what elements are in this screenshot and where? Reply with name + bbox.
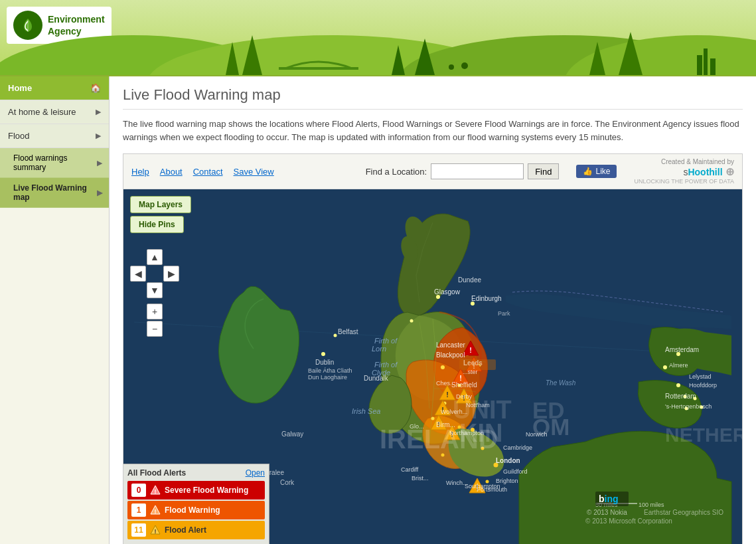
open-link[interactable]: Open xyxy=(246,468,265,478)
svg-text:!: ! xyxy=(469,346,472,354)
sidebar-item-live-flood-map[interactable]: Live Flood Warning map ▶ xyxy=(0,178,109,208)
zoom-in-button[interactable]: + xyxy=(147,304,163,319)
svg-text:Clyde: Clyde xyxy=(372,369,390,377)
flood-alerts-header: All Flood Alerts Open xyxy=(127,468,265,478)
severe-icon: ! xyxy=(149,484,161,496)
svg-point-23 xyxy=(410,319,414,323)
severe-count: 0 xyxy=(131,484,146,497)
svg-point-15 xyxy=(449,64,454,70)
pan-left-button[interactable]: ◀ xyxy=(130,266,146,282)
pan-down-button[interactable]: ▼ xyxy=(147,282,163,298)
svg-text:Belfast: Belfast xyxy=(338,328,358,335)
svg-text:Edinburgh: Edinburgh xyxy=(471,295,502,302)
svg-point-25 xyxy=(321,352,325,356)
svg-rect-125 xyxy=(459,359,496,370)
main-layout: Home 🏠 At home & leisure ▶ Flood ▶ Flood… xyxy=(0,76,756,544)
svg-text:Lancaster: Lancaster xyxy=(436,341,466,349)
pan-up-button[interactable]: ▲ xyxy=(147,249,163,265)
map-area[interactable]: ! ! ! ! xyxy=(123,189,742,544)
page-description: The live flood warning map shows the loc… xyxy=(123,118,743,143)
find-location-input[interactable] xyxy=(431,163,524,179)
svg-text:Rotterdam: Rotterdam xyxy=(665,393,696,400)
home-icon: 🏠 xyxy=(90,83,101,93)
map-layers-button[interactable]: Map Layers xyxy=(130,196,191,213)
thumbs-up-icon: 👍 xyxy=(583,167,593,176)
contact-link[interactable]: Contact xyxy=(193,167,223,177)
help-link[interactable]: Help xyxy=(131,167,149,177)
svg-text:Southampton: Southampton xyxy=(465,483,500,490)
svg-text:Galway: Galway xyxy=(281,430,303,438)
map-toolbar: Help About Contact Save View Find a Loca… xyxy=(123,154,742,189)
svg-text:!: ! xyxy=(155,488,157,495)
chevron-right-icon: ▶ xyxy=(96,132,101,140)
svg-text:Blackpool: Blackpool xyxy=(436,351,465,359)
svg-text:ED: ED xyxy=(532,397,565,423)
map-layer-buttons: Map Layers Hide Pins xyxy=(130,196,191,236)
svg-point-38 xyxy=(441,454,445,457)
about-link[interactable]: About xyxy=(160,167,183,177)
save-view-link[interactable]: Save View xyxy=(234,167,274,177)
sidebar-sub-item-label: Flood warnings summary xyxy=(13,153,97,172)
svg-text:The Wash: The Wash xyxy=(546,379,576,387)
sidebar-item-flood[interactable]: Flood ▶ xyxy=(0,124,109,148)
sidebar-home[interactable]: Home 🏠 xyxy=(0,76,109,100)
find-location-label: Find a Location: xyxy=(366,167,427,177)
svg-text:100 miles: 100 miles xyxy=(639,501,664,508)
alert-row-alert[interactable]: 11 ! Flood Alert xyxy=(127,521,265,539)
svg-point-24 xyxy=(334,334,337,337)
sidebar-item-at-home[interactable]: At home & leisure ▶ xyxy=(0,100,109,124)
sidebar-item-flood-warnings-summary[interactable]: Flood warnings summary ▶ xyxy=(0,148,109,178)
svg-text:Park: Park xyxy=(498,310,510,317)
map-navigation: ▲ ◀ ▶ ▼ + − xyxy=(130,249,179,337)
content-area: Live Flood Warning map The live flood wa… xyxy=(110,76,756,544)
warning-count: 1 xyxy=(131,503,146,517)
svg-text:'s-Hertogenbosch: 's-Hertogenbosch xyxy=(665,403,712,410)
warning-label: Flood Warning xyxy=(165,505,220,515)
svg-point-16 xyxy=(461,62,468,69)
svg-text:Lorn: Lorn xyxy=(372,345,386,353)
svg-point-105 xyxy=(663,365,667,369)
svg-text:Hoofddorp: Hoofddorp xyxy=(689,382,717,389)
svg-rect-14 xyxy=(279,67,358,70)
svg-rect-12 xyxy=(704,48,708,75)
svg-text:Firth of: Firth of xyxy=(374,337,398,345)
svg-text:Baile Átha Cliath: Baile Átha Cliath xyxy=(308,367,352,374)
flood-alerts-panel: All Flood Alerts Open 0 ! Severe Flood W… xyxy=(123,464,269,544)
svg-text:London: London xyxy=(496,457,520,464)
svg-text:© 2013 Microsoft Corporation: © 2013 Microsoft Corporation xyxy=(585,517,672,525)
map-container: Help About Contact Save View Find a Loca… xyxy=(123,153,743,544)
svg-text:!: ! xyxy=(446,391,449,399)
sidebar-sub-item-label: Live Flood Warning map xyxy=(13,183,97,202)
hide-pins-button[interactable]: Hide Pins xyxy=(130,216,184,233)
page-title: Live Flood Warning map xyxy=(123,86,743,110)
svg-text:Firth of: Firth of xyxy=(374,361,398,369)
svg-text:Brist...: Brist... xyxy=(412,475,429,482)
zoom-out-button[interactable]: − xyxy=(147,321,163,337)
find-button[interactable]: Find xyxy=(528,163,559,179)
alert-row-severe[interactable]: 0 ! Severe Flood Warning xyxy=(127,481,265,499)
svg-text:Earthstar Geographics SIO: Earthstar Geographics SIO xyxy=(644,509,723,516)
svg-text:Cork: Cork xyxy=(280,479,295,486)
alert-count: 11 xyxy=(131,523,146,537)
alert-row-warning[interactable]: 1 ! Flood Warning xyxy=(127,501,265,519)
svg-text:Irish Sea: Irish Sea xyxy=(352,407,380,415)
svg-text:bing: bing xyxy=(599,494,619,504)
svg-text:Dublin: Dublin xyxy=(315,359,334,366)
svg-rect-13 xyxy=(710,58,716,75)
alert-label: Flood Alert xyxy=(165,525,206,535)
svg-text:© 2013 Nokia: © 2013 Nokia xyxy=(587,509,627,516)
like-button[interactable]: 👍 Like xyxy=(576,165,617,178)
svg-text:Sheffield: Sheffield xyxy=(451,381,477,389)
alert-icon: ! xyxy=(149,524,161,536)
svg-point-32 xyxy=(431,417,435,420)
find-location-group: Find a Location: Find xyxy=(366,163,560,179)
svg-text:!: ! xyxy=(155,528,157,535)
pan-right-button[interactable]: ▶ xyxy=(163,266,179,282)
svg-text:Winch...: Winch... xyxy=(446,480,468,486)
svg-text:Guildford: Guildford xyxy=(503,468,528,475)
chevron-right-icon: ▶ xyxy=(97,189,102,197)
sidebar: Home 🏠 At home & leisure ▶ Flood ▶ Flood… xyxy=(0,76,110,544)
svg-point-26 xyxy=(441,365,445,369)
svg-text:Dundee: Dundee xyxy=(458,276,481,284)
sidebar-item-label: Flood xyxy=(8,131,30,141)
